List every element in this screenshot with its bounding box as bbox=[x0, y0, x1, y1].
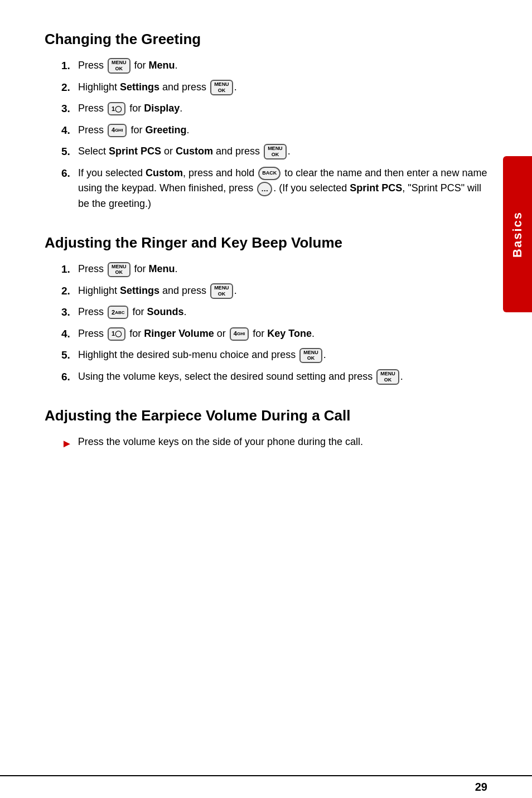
step-content: If you selected Custom, press and hold B… bbox=[78, 166, 487, 212]
num-2-button-icon: 2ABC bbox=[108, 306, 128, 319]
greeting-steps: 1. Press MENUOK for Menu. 2. Highlight S… bbox=[61, 58, 487, 212]
section-title-greeting: Changing the Greeting bbox=[45, 31, 487, 48]
section-earpiece: Adjusting the Earpiece Volume During a C… bbox=[45, 407, 487, 452]
step-5-greeting: 5. Select Sprint PCS or Custom and press… bbox=[61, 144, 487, 160]
step-content: Press 4GHI for Greeting. bbox=[78, 123, 189, 138]
step-3-greeting: 3. Press 1◯ for Display. bbox=[61, 101, 487, 117]
num-1-button-icon: 1◯ bbox=[108, 102, 125, 115]
menu-dots-button-icon: … bbox=[257, 182, 272, 196]
menu-ok-button-icon: MENUOK bbox=[210, 283, 233, 299]
menu-ok-button-icon: MENUOK bbox=[264, 144, 287, 159]
sidebar-tab-label: Basics bbox=[510, 211, 525, 258]
step-content: Press MENUOK for Menu. bbox=[78, 262, 178, 277]
step-num: 5. bbox=[61, 144, 78, 160]
step-2-greeting: 2. Highlight Settings and press MENUOK. bbox=[61, 80, 487, 96]
step-num: 1. bbox=[61, 58, 78, 74]
step-1-greeting: 1. Press MENUOK for Menu. bbox=[61, 58, 487, 74]
step-content: Using the volume keys, select the desire… bbox=[78, 369, 403, 385]
bullet-earpiece: ► Press the volume keys on the side of y… bbox=[61, 434, 487, 452]
step-4-ringer: 4. Press 1◯ for Ringer Volume or 4GHI fo… bbox=[61, 326, 487, 342]
step-content: Press 2ABC for Sounds. bbox=[78, 304, 187, 320]
menu-ok-button-icon: MENUOK bbox=[299, 348, 322, 364]
earpiece-bullets: ► Press the volume keys on the side of y… bbox=[61, 434, 487, 452]
step-6-greeting: 6. If you selected Custom, press and hol… bbox=[61, 166, 487, 212]
bullet-text: Press the volume keys on the side of you… bbox=[78, 434, 363, 450]
step-content: Select Sprint PCS or Custom and press ME… bbox=[78, 144, 291, 159]
step-num: 6. bbox=[61, 369, 78, 385]
page-number-bar: 29 bbox=[0, 775, 532, 798]
step-num: 4. bbox=[61, 326, 78, 342]
step-content: Press 1◯ for Ringer Volume or 4GHI for K… bbox=[78, 326, 315, 342]
step-num: 3. bbox=[61, 101, 78, 117]
step-num: 1. bbox=[61, 262, 78, 278]
section-title-ringer: Adjusting the Ringer and Key Beep Volume bbox=[45, 234, 487, 252]
back-button-icon: BACK bbox=[258, 167, 280, 180]
step-num: 2. bbox=[61, 80, 78, 96]
step-5-ringer: 5. Highlight the desired sub-menu choice… bbox=[61, 347, 487, 364]
step-1-ringer: 1. Press MENUOK for Menu. bbox=[61, 262, 487, 278]
step-content: Highlight the desired sub-menu choice an… bbox=[78, 347, 326, 363]
step-6-ringer: 6. Using the volume keys, select the des… bbox=[61, 369, 487, 385]
step-content: Press MENUOK for Menu. bbox=[78, 58, 178, 74]
step-2-ringer: 2. Highlight Settings and press MENUOK. bbox=[61, 283, 487, 299]
step-content: Highlight Settings and press MENUOK. bbox=[78, 283, 237, 299]
menu-ok-button-icon: MENUOK bbox=[108, 58, 130, 74]
num-4-button-icon: 4GHI bbox=[108, 124, 127, 137]
bullet-arrow-icon: ► bbox=[61, 435, 72, 452]
sidebar-tab: Basics bbox=[503, 156, 532, 312]
page-number: 29 bbox=[475, 781, 487, 794]
num-1-button-icon: 1◯ bbox=[108, 327, 125, 341]
step-num: 4. bbox=[61, 123, 78, 139]
menu-ok-button-icon: MENUOK bbox=[108, 262, 130, 278]
ringer-steps: 1. Press MENUOK for Menu. 2. Highlight S… bbox=[61, 262, 487, 385]
step-content: Highlight Settings and press MENUOK. bbox=[78, 80, 237, 95]
section-title-earpiece: Adjusting the Earpiece Volume During a C… bbox=[45, 407, 487, 424]
section-ringer: Adjusting the Ringer and Key Beep Volume… bbox=[45, 234, 487, 385]
step-num: 3. bbox=[61, 304, 78, 321]
step-4-greeting: 4. Press 4GHI for Greeting. bbox=[61, 123, 487, 139]
menu-ok-button-icon: MENUOK bbox=[376, 369, 399, 385]
section-changing-greeting: Changing the Greeting 1. Press MENUOK fo… bbox=[45, 31, 487, 212]
num-4-button-icon: 4GHI bbox=[230, 327, 249, 341]
step-num: 6. bbox=[61, 166, 78, 182]
step-3-ringer: 3. Press 2ABC for Sounds. bbox=[61, 304, 487, 321]
step-content: Press 1◯ for Display. bbox=[78, 101, 182, 117]
step-num: 5. bbox=[61, 347, 78, 364]
step-num: 2. bbox=[61, 283, 78, 299]
page-container: Basics Changing the Greeting 1. Press ME… bbox=[0, 0, 532, 798]
menu-ok-button-icon: MENUOK bbox=[210, 80, 233, 95]
